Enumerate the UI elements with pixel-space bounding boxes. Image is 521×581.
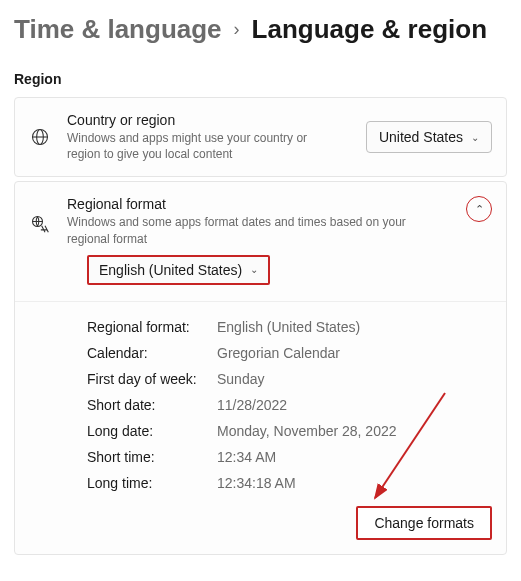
country-region-card: Country or region Windows and apps might… bbox=[14, 97, 507, 177]
change-formats-button[interactable]: Change formats bbox=[356, 506, 492, 540]
collapse-button[interactable]: ⌃ bbox=[466, 196, 492, 222]
detail-row: Short date: 11/28/2022 bbox=[87, 392, 492, 418]
country-desc: Windows and apps might use your country … bbox=[67, 130, 327, 162]
detail-label: First day of week: bbox=[87, 371, 217, 387]
detail-label: Calendar: bbox=[87, 345, 217, 361]
detail-row: Long time: 12:34:18 AM bbox=[87, 470, 492, 496]
detail-row: Regional format: English (United States) bbox=[87, 314, 492, 340]
regional-format-details: Regional format: English (United States)… bbox=[15, 301, 506, 554]
detail-label: Regional format: bbox=[87, 319, 217, 335]
detail-label: Short time: bbox=[87, 449, 217, 465]
regional-format-card: Regional format Windows and some apps fo… bbox=[14, 181, 507, 554]
country-dropdown[interactable]: United States ⌄ bbox=[366, 121, 492, 153]
detail-value: 12:34 AM bbox=[217, 449, 276, 465]
detail-value: 11/28/2022 bbox=[217, 397, 287, 413]
country-dropdown-value: United States bbox=[379, 129, 463, 145]
detail-row: Long date: Monday, November 28, 2022 bbox=[87, 418, 492, 444]
detail-label: Short date: bbox=[87, 397, 217, 413]
detail-value: Sunday bbox=[217, 371, 264, 387]
breadcrumb-parent[interactable]: Time & language bbox=[14, 14, 222, 45]
globe-icon bbox=[29, 127, 51, 147]
detail-label: Long time: bbox=[87, 475, 217, 491]
detail-row: First day of week: Sunday bbox=[87, 366, 492, 392]
detail-row: Short time: 12:34 AM bbox=[87, 444, 492, 470]
detail-row: Calendar: Gregorian Calendar bbox=[87, 340, 492, 366]
chevron-down-icon: ⌄ bbox=[250, 264, 258, 275]
breadcrumb-current: Language & region bbox=[252, 14, 487, 45]
regional-format-dropdown[interactable]: English (United States) ⌄ bbox=[87, 255, 270, 285]
detail-value: Gregorian Calendar bbox=[217, 345, 340, 361]
detail-label: Long date: bbox=[87, 423, 217, 439]
detail-value: Monday, November 28, 2022 bbox=[217, 423, 397, 439]
country-title: Country or region bbox=[67, 112, 350, 128]
detail-value: English (United States) bbox=[217, 319, 360, 335]
chevron-up-icon: ⌃ bbox=[475, 203, 484, 216]
detail-value: 12:34:18 AM bbox=[217, 475, 296, 491]
regional-title: Regional format bbox=[67, 196, 450, 212]
language-globe-icon bbox=[29, 196, 51, 234]
region-section-label: Region bbox=[0, 45, 521, 97]
chevron-right-icon: › bbox=[234, 19, 240, 40]
regional-desc: Windows and some apps format dates and t… bbox=[67, 214, 407, 246]
regional-dropdown-value: English (United States) bbox=[99, 262, 242, 278]
breadcrumb: Time & language › Language & region bbox=[0, 0, 521, 45]
chevron-down-icon: ⌄ bbox=[471, 132, 479, 143]
